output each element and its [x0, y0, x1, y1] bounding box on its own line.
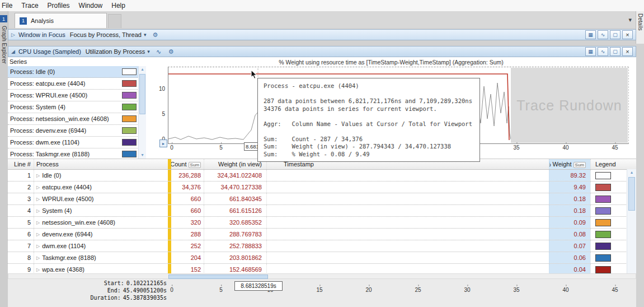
axis-flag-icon[interactable]: ▸	[159, 139, 167, 147]
horizontal-scrollbar[interactable]	[8, 273, 636, 279]
expander-icon[interactable]: ▷	[11, 32, 15, 38]
legend-swatch	[595, 266, 611, 273]
scrollbar-thumb[interactable]	[168, 275, 268, 279]
close-icon[interactable]: ×	[622, 47, 633, 56]
cell-weight: 661.615126	[204, 205, 266, 216]
row-expander-icon[interactable]: ▷	[36, 220, 40, 225]
table-row[interactable]: 5 ▷ netsession_win.exe (4608) 320 320.68…	[8, 217, 636, 229]
trace-rundown-watermark: Trace Rundown	[516, 97, 622, 114]
scroll-up-icon[interactable]: ▴	[139, 66, 146, 73]
cell-legend	[590, 264, 626, 274]
row-expander-icon[interactable]: ▷	[36, 173, 40, 178]
window-in-focus-bar[interactable]: ▷ Window in Focus Focus by Process, Thre…	[8, 29, 636, 40]
cell-count: 152	[171, 264, 204, 274]
row-expander-icon[interactable]: ▷	[36, 267, 40, 272]
gear-icon[interactable]: ⚙	[151, 31, 159, 39]
table-row[interactable]: 2 ▷ eatcpu.exe (4404) 34,376 34,470.1273…	[8, 182, 636, 193]
series-scrollbar[interactable]: ▴ ▾	[138, 66, 146, 159]
col-header-line[interactable]: Line #	[8, 159, 34, 169]
graph-type-icon[interactable]: ∿	[598, 47, 608, 56]
popout-icon[interactable]: ▦	[585, 30, 596, 39]
view-editor-gear-icon[interactable]: ⚙	[167, 48, 176, 55]
cell-weight: 252.788833	[204, 240, 266, 252]
scroll-down-icon[interactable]: ▾	[139, 152, 146, 159]
legend-swatch	[595, 207, 611, 215]
close-icon[interactable]: ×	[622, 30, 633, 39]
legend-swatch	[595, 184, 611, 191]
tab-number-badge: 1	[20, 17, 27, 25]
series-item[interactable]: Process: WPRUI.exe (4500)	[8, 90, 139, 101]
graph-type-icon[interactable]: ∿	[598, 30, 608, 39]
view-preset-dropdown[interactable]: Utilization By Process ▾	[84, 48, 151, 55]
table-row[interactable]: 4 ▷ System (4) 660 661.615126 0.18	[8, 205, 636, 217]
cell-timestamp	[266, 205, 549, 216]
table-scrollbar[interactable]: ▴	[627, 169, 636, 274]
details-strip[interactable]: Details	[636, 11, 644, 44]
cell-legend	[590, 170, 626, 181]
cell-legend	[590, 240, 626, 252]
row-expander-icon[interactable]: ▷	[36, 255, 40, 261]
cpu-usage-bar[interactable]: ◢ CPU Usage (Sampled) Utilization By Pro…	[8, 46, 636, 57]
caret-down-icon: ▾	[147, 49, 150, 54]
series-item[interactable]: Process: devenv.exe (6944)	[8, 125, 139, 137]
row-expander-icon[interactable]: ▷	[36, 185, 40, 190]
table-row[interactable]: 8 ▷ Taskmgr.exe (8188) 204 203.801862 0.…	[8, 252, 636, 264]
col-header-process[interactable]: Process	[34, 159, 168, 169]
series-color-swatch	[122, 92, 137, 99]
cell-timestamp	[266, 170, 549, 181]
cell-pct-weight: 89.32	[549, 170, 590, 181]
menu-item[interactable]: Window	[74, 1, 107, 11]
cell-count: 34,376	[171, 182, 204, 193]
process-name: System (4)	[42, 207, 72, 214]
axis-tick: 0	[170, 287, 173, 293]
row-expander-icon[interactable]: ▷	[36, 208, 40, 213]
restore-icon[interactable]: ▢	[610, 47, 621, 56]
tab-list-caret-icon[interactable]: ▾	[628, 16, 632, 24]
cell-weight: 152.468569	[204, 264, 266, 274]
col-header-pct-weight[interactable]: % Weight Sum	[549, 159, 590, 169]
col-header-legend[interactable]: Legend	[590, 159, 626, 169]
focus-filter-dropdown[interactable]: Focus by Process, Thread ▾	[69, 31, 148, 38]
sum-badge: Sum	[189, 162, 201, 168]
series-item[interactable]: Process: Idle (0)	[8, 66, 139, 78]
series-color-swatch	[122, 68, 137, 75]
table-row[interactable]: 6 ▷ devenv.exe (6944) 288 288.769783 0.0…	[8, 229, 636, 240]
cell-legend	[590, 252, 626, 263]
menu-item[interactable]: Help	[107, 1, 130, 11]
y-axis-tick: 10	[154, 86, 165, 92]
scrollbar-thumb[interactable]	[628, 177, 635, 211]
series-item[interactable]: Process: dwm.exe (1104)	[8, 137, 139, 148]
table-row[interactable]: 3 ▷ WPRUI.exe (4500) 660 661.840345 0.18	[8, 193, 636, 205]
timeline-axis[interactable]: 051015202530354045	[8, 287, 636, 298]
row-expander-icon[interactable]: ▷	[36, 244, 40, 249]
tab-analysis[interactable]: 1 Analysis	[15, 13, 107, 28]
open-graph-icon[interactable]: ∿	[154, 48, 163, 55]
scroll-up-icon[interactable]: ▴	[627, 169, 636, 176]
series-item[interactable]: Process: System (4)	[8, 101, 139, 113]
scrollbar-thumb[interactable]	[139, 74, 145, 114]
series-item[interactable]: Process: netsession_win.exe (4608)	[8, 113, 139, 125]
menu-item[interactable]: Trace	[17, 1, 43, 11]
row-expander-icon[interactable]: ▷	[36, 197, 40, 202]
graph-explorer-strip[interactable]: 1 Graph Explorer	[0, 11, 8, 307]
table-row[interactable]: 9 ▷ wpa.exe (4368) 152 152.468569 0.04	[8, 264, 636, 274]
wpa-window: FileTraceProfilesWindowHelp 1 Analysis ▾…	[0, 0, 644, 307]
table-row[interactable]: 1 ▷ Idle (0) 236,288 324,341.022408 89.3…	[8, 170, 636, 182]
col-header-count[interactable]: Count Sum	[171, 159, 204, 169]
axis-tick: 35	[513, 145, 519, 151]
table-row[interactable]: 7 ▷ dwm.exe (1104) 252 252.788833 0.07	[8, 240, 636, 252]
row-expander-icon[interactable]: ▷	[36, 232, 40, 237]
cell-process: ▷ devenv.exe (6944)	[34, 229, 168, 240]
cell-weight: 324,341.022408	[204, 170, 266, 181]
cell-line-number: 2	[8, 182, 34, 193]
series-item[interactable]: Process: eatcpu.exe (4404)	[8, 78, 139, 90]
cell-legend	[590, 182, 626, 193]
restore-icon[interactable]: ▢	[610, 30, 621, 39]
tooltip-line	[264, 128, 474, 136]
series-item[interactable]: Process: Taskmgr.exe (8188)	[8, 148, 139, 159]
cell-weight: 288.769783	[204, 229, 266, 240]
collapse-icon[interactable]: ◢	[11, 49, 15, 54]
menu-item[interactable]: File	[0, 1, 17, 11]
popout-icon[interactable]: ▦	[585, 47, 596, 56]
menu-item[interactable]: Profiles	[43, 1, 74, 11]
